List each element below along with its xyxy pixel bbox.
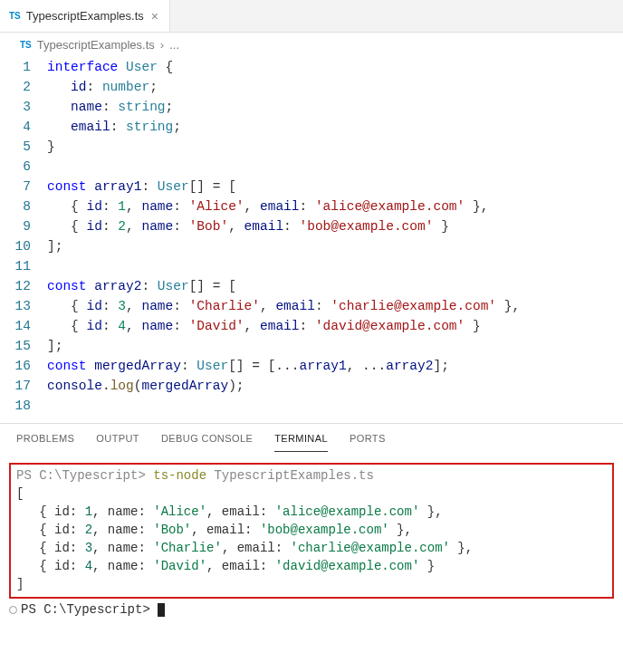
- breadcrumb-more: ...: [169, 38, 179, 52]
- code-content[interactable]: email: string;: [47, 117, 623, 137]
- line-number: 18: [0, 396, 47, 416]
- code-line[interactable]: 16const mergedArray: User[] = [...array1…: [0, 356, 623, 376]
- tab-debug-console[interactable]: DEBUG CONSOLE: [161, 433, 253, 452]
- tab-active[interactable]: TS TypescriptExamples.ts ×: [0, 0, 170, 32]
- cursor-icon: [158, 603, 165, 617]
- line-number: 7: [0, 177, 47, 197]
- code-line[interactable]: 8 { id: 1, name: 'Alice', email: 'alice@…: [0, 197, 623, 216]
- code-content[interactable]: console.log(mergedArray);: [47, 376, 623, 396]
- code-line[interactable]: 2 id: number;: [0, 77, 623, 97]
- line-number: 1: [0, 57, 47, 77]
- code-line[interactable]: 3 name: string;: [0, 97, 623, 117]
- code-line[interactable]: 10];: [0, 236, 623, 256]
- typescript-icon: TS: [9, 11, 21, 21]
- terminal-output: { id: 2, name: 'Bob', email: 'bob@exampl…: [16, 521, 607, 539]
- line-number: 5: [0, 137, 47, 157]
- terminal-output: [: [16, 485, 607, 503]
- code-content[interactable]: { id: 3, name: 'Charlie', email: 'charli…: [47, 296, 623, 316]
- line-number: 3: [0, 97, 47, 117]
- line-number: 14: [0, 316, 47, 336]
- typescript-icon: TS: [20, 40, 32, 50]
- code-content[interactable]: const array1: User[] = [: [47, 177, 623, 197]
- terminal-output: { id: 4, name: 'David', email: 'david@ex…: [16, 557, 607, 575]
- code-line[interactable]: 15];: [0, 336, 623, 356]
- line-number: 11: [0, 256, 47, 276]
- tab-terminal[interactable]: TERMINAL: [274, 433, 328, 452]
- terminal-prompt[interactable]: PS C:\Typescript>: [9, 600, 614, 619]
- tab-output[interactable]: OUTPUT: [96, 433, 139, 452]
- chevron-right-icon: ›: [160, 38, 164, 52]
- code-content[interactable]: ];: [47, 336, 623, 356]
- terminal-command-line: PS C:\Typescript> ts-node TypescriptExam…: [16, 466, 607, 485]
- line-number: 17: [0, 376, 47, 396]
- terminal-output: { id: 3, name: 'Charlie', email: 'charli…: [16, 539, 607, 557]
- line-number: 12: [0, 276, 47, 296]
- code-content[interactable]: [47, 157, 623, 177]
- breadcrumb[interactable]: TS TypescriptExamples.ts › ...: [0, 33, 623, 53]
- terminal-output: ]: [16, 575, 607, 593]
- close-icon[interactable]: ×: [149, 9, 160, 24]
- code-line[interactable]: 11: [0, 256, 623, 276]
- code-content[interactable]: id: number;: [47, 77, 623, 97]
- code-content[interactable]: }: [47, 137, 623, 157]
- line-number: 13: [0, 296, 47, 316]
- code-content[interactable]: const mergedArray: User[] = [...array1, …: [47, 356, 623, 376]
- code-content[interactable]: const array2: User[] = [: [47, 276, 623, 296]
- code-line[interactable]: 4 email: string;: [0, 117, 623, 137]
- code-line[interactable]: 17console.log(mergedArray);: [0, 376, 623, 396]
- code-content[interactable]: { id: 4, name: 'David', email: 'david@ex…: [47, 316, 623, 336]
- code-content[interactable]: [47, 256, 623, 276]
- terminal-panel[interactable]: PS C:\Typescript> ts-node TypescriptExam…: [0, 452, 623, 628]
- tab-bar: TS TypescriptExamples.ts ×: [0, 0, 623, 33]
- terminal-highlight: PS C:\Typescript> ts-node TypescriptExam…: [9, 463, 614, 599]
- code-content[interactable]: { id: 2, name: 'Bob', email: 'bob@exampl…: [47, 216, 623, 236]
- code-content[interactable]: [47, 396, 623, 416]
- code-line[interactable]: 5}: [0, 137, 623, 157]
- code-line[interactable]: 18: [0, 396, 623, 416]
- line-number: 10: [0, 236, 47, 256]
- code-line[interactable]: 7const array1: User[] = [: [0, 177, 623, 197]
- code-line[interactable]: 1interface User {: [0, 57, 623, 77]
- line-number: 16: [0, 356, 47, 376]
- code-editor[interactable]: 1interface User {2 id: number;3 name: st…: [0, 53, 623, 423]
- line-number: 15: [0, 336, 47, 356]
- code-content[interactable]: { id: 1, name: 'Alice', email: 'alice@ex…: [47, 197, 623, 216]
- code-content[interactable]: ];: [47, 236, 623, 256]
- panel-tabs: PROBLEMS OUTPUT DEBUG CONSOLE TERMINAL P…: [0, 423, 623, 452]
- breadcrumb-file: TypescriptExamples.ts: [37, 38, 155, 52]
- terminal-output: { id: 1, name: 'Alice', email: 'alice@ex…: [16, 503, 607, 521]
- line-number: 4: [0, 117, 47, 137]
- tab-problems[interactable]: PROBLEMS: [16, 433, 74, 452]
- code-content[interactable]: interface User {: [47, 57, 623, 77]
- tab-ports[interactable]: PORTS: [350, 433, 386, 452]
- code-line[interactable]: 14 { id: 4, name: 'David', email: 'david…: [0, 316, 623, 336]
- code-line[interactable]: 13 { id: 3, name: 'Charlie', email: 'cha…: [0, 296, 623, 316]
- code-content[interactable]: name: string;: [47, 97, 623, 117]
- code-line[interactable]: 9 { id: 2, name: 'Bob', email: 'bob@exam…: [0, 216, 623, 236]
- line-number: 9: [0, 216, 47, 236]
- line-number: 2: [0, 77, 47, 97]
- code-line[interactable]: 12const array2: User[] = [: [0, 276, 623, 296]
- tab-label: TypescriptExamples.ts: [26, 9, 144, 23]
- line-number: 8: [0, 197, 47, 216]
- line-number: 6: [0, 157, 47, 177]
- code-line[interactable]: 6: [0, 157, 623, 177]
- prompt-icon: [9, 606, 17, 614]
